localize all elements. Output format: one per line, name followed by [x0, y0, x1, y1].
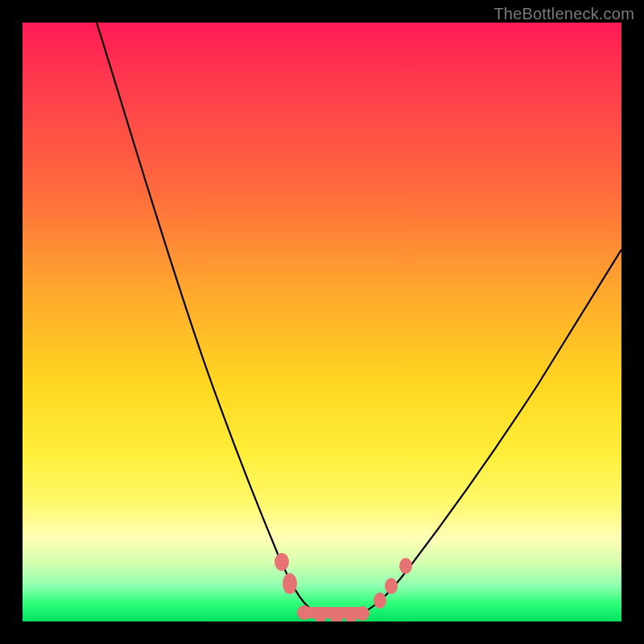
outer-frame: TheBottleneck.com [0, 0, 644, 644]
bead-marker [275, 553, 289, 571]
curve-right-branch [357, 250, 621, 615]
bead-marker [374, 592, 386, 609]
bead-marker [399, 558, 412, 574]
bead-marker [355, 606, 369, 621]
bead-marker [283, 573, 297, 594]
bead-marker [297, 605, 312, 620]
curve-left-branch [97, 23, 312, 610]
plot-area [23, 23, 621, 621]
bead-marker [385, 578, 398, 594]
curve-svg [23, 23, 621, 621]
watermark-text: TheBottleneck.com [493, 5, 634, 23]
